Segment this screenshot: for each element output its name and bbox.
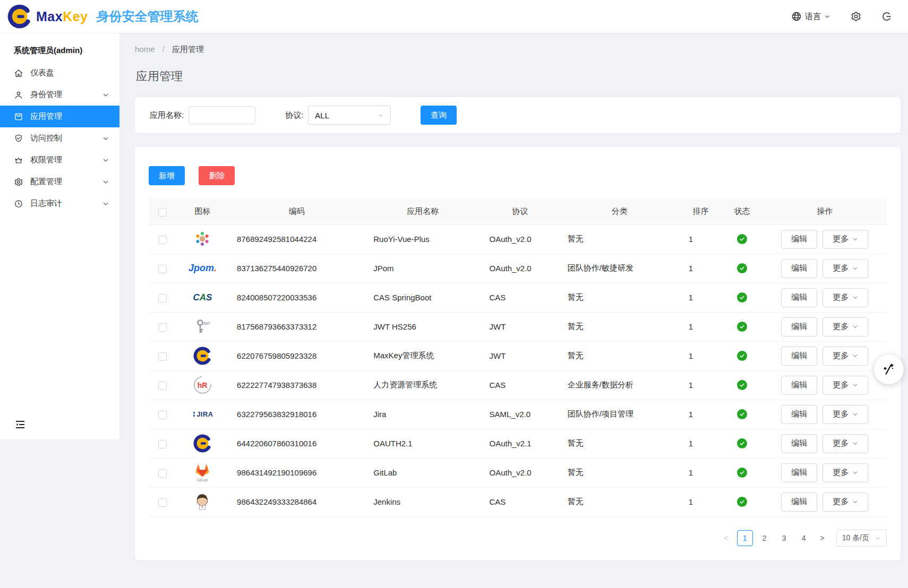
edit-button[interactable]: 编辑 bbox=[781, 347, 817, 366]
row-checkbox[interactable] bbox=[158, 411, 167, 419]
cas-logo: CAS bbox=[193, 287, 212, 308]
svg-text:GitLab: GitLab bbox=[197, 478, 208, 482]
app-name: RuoYi-Vue-Plus bbox=[365, 224, 481, 254]
app-protocol: OAuth_v2.1 bbox=[481, 429, 559, 458]
breadcrumb: home / 应用管理 bbox=[135, 45, 901, 55]
row-checkbox[interactable] bbox=[158, 323, 167, 332]
app-code: 986432249333284864 bbox=[228, 487, 365, 516]
app-sort: 1 bbox=[680, 224, 722, 254]
magic-wand-floating-button[interactable] bbox=[874, 354, 904, 384]
more-button[interactable]: 更多 bbox=[823, 492, 868, 512]
app-category: 暂无 bbox=[559, 312, 680, 341]
app-category: 暂无 bbox=[559, 341, 680, 370]
app-name: JPom bbox=[365, 254, 481, 283]
edit-button[interactable]: 编辑 bbox=[781, 317, 817, 336]
app-protocol: OAuth_v2.0 bbox=[481, 254, 559, 283]
breadcrumb-home[interactable]: home bbox=[135, 45, 155, 54]
row-checkbox[interactable] bbox=[158, 382, 167, 390]
more-button[interactable]: 更多 bbox=[823, 434, 868, 453]
sidebar-item-access[interactable]: 访问控制 bbox=[0, 127, 119, 149]
chevron-down-icon bbox=[102, 179, 109, 185]
maxkey-logo bbox=[193, 433, 212, 454]
edit-button[interactable]: 编辑 bbox=[781, 259, 817, 278]
chevron-down-icon bbox=[102, 157, 109, 163]
protocol-select[interactable]: ALL bbox=[308, 106, 391, 125]
sidebar-item-label: 日志审计 bbox=[30, 198, 62, 209]
app-protocol: CAS bbox=[481, 487, 559, 516]
select-all-checkbox[interactable] bbox=[158, 208, 167, 217]
row-checkbox[interactable] bbox=[158, 236, 167, 244]
sidebar-item-config[interactable]: 配置管理 bbox=[0, 171, 119, 193]
next-page-button[interactable]: > bbox=[816, 530, 829, 546]
protocol-select-value: ALL bbox=[315, 111, 329, 120]
edit-button[interactable]: 编辑 bbox=[781, 463, 817, 482]
row-checkbox[interactable] bbox=[158, 469, 167, 478]
sidebar-item-audit[interactable]: 日志审计 bbox=[0, 193, 119, 214]
sidebar-item-dashboard[interactable]: 仪表盘 bbox=[0, 62, 119, 84]
settings-gear-icon[interactable] bbox=[851, 11, 861, 22]
edit-button[interactable]: 编辑 bbox=[781, 230, 817, 249]
page-button-1[interactable]: 1 bbox=[737, 530, 753, 546]
svg-text:JWT: JWT bbox=[203, 322, 210, 325]
edit-button[interactable]: 编辑 bbox=[781, 405, 817, 424]
more-button[interactable]: 更多 bbox=[823, 347, 868, 366]
more-button[interactable]: 更多 bbox=[823, 405, 868, 424]
delete-button[interactable]: 删除 bbox=[199, 166, 235, 185]
search-button[interactable]: 查询 bbox=[421, 106, 457, 125]
add-button[interactable]: 新增 bbox=[149, 166, 185, 185]
sidebar-item-permission[interactable]: 权限管理 bbox=[0, 149, 119, 171]
row-checkbox[interactable] bbox=[158, 352, 167, 361]
app-window-icon bbox=[14, 112, 23, 122]
chevron-down-icon bbox=[852, 295, 858, 300]
page-size-select[interactable]: 10 条/页 bbox=[836, 530, 887, 547]
more-button[interactable]: 更多 bbox=[823, 376, 868, 395]
row-checkbox[interactable] bbox=[158, 440, 167, 448]
page-button-3[interactable]: 3 bbox=[776, 530, 792, 546]
app-code: 876892492581044224 bbox=[228, 224, 365, 254]
app-name: MaxKey管理系统 bbox=[365, 341, 481, 370]
page-button-2[interactable]: 2 bbox=[757, 530, 773, 546]
column-header: 图标 bbox=[177, 199, 228, 224]
chevron-down-icon bbox=[852, 440, 858, 446]
more-button[interactable]: 更多 bbox=[823, 317, 868, 336]
app-protocol: CAS bbox=[481, 370, 559, 400]
more-button[interactable]: 更多 bbox=[823, 288, 868, 307]
row-checkbox[interactable] bbox=[158, 498, 167, 507]
app-category: 暂无 bbox=[559, 487, 680, 516]
status-active-icon bbox=[737, 380, 747, 390]
edit-button[interactable]: 编辑 bbox=[781, 376, 817, 395]
row-checkbox[interactable] bbox=[158, 294, 167, 302]
chevron-down-icon bbox=[852, 499, 858, 505]
language-menu[interactable]: 语言 bbox=[791, 11, 830, 22]
app-name: CAS SpringBoot bbox=[365, 283, 481, 312]
sidebar-item-identity[interactable]: 身份管理 bbox=[0, 84, 119, 106]
app-name-input[interactable] bbox=[189, 106, 255, 124]
search-panel: 应用名称: 协议: ALL 查询 bbox=[135, 97, 901, 133]
row-checkbox[interactable] bbox=[158, 265, 167, 273]
more-button[interactable]: 更多 bbox=[823, 463, 868, 482]
app-code: 632279563832918016 bbox=[228, 400, 365, 429]
edit-button[interactable]: 编辑 bbox=[781, 288, 817, 307]
chevron-down-icon bbox=[852, 353, 858, 359]
status-active-icon bbox=[737, 468, 747, 478]
table-row: GitLab986431492190109696GitLabOAuth_v2.0… bbox=[149, 458, 887, 487]
hr-logo: hR bbox=[194, 375, 211, 396]
page-button-4[interactable]: 4 bbox=[796, 530, 812, 546]
prev-page-button[interactable]: < bbox=[719, 530, 733, 546]
breadcrumb-separator: / bbox=[162, 45, 165, 54]
clock-icon bbox=[14, 199, 23, 209]
more-button[interactable]: 更多 bbox=[823, 230, 868, 249]
protocol-label: 协议: bbox=[285, 110, 303, 120]
user-icon bbox=[14, 90, 23, 100]
app-code: 824008507220033536 bbox=[228, 283, 365, 312]
edit-button[interactable]: 编辑 bbox=[781, 492, 817, 512]
ruoyi-logo bbox=[193, 228, 212, 249]
more-button[interactable]: 更多 bbox=[823, 259, 868, 278]
app-name: JWT HS256 bbox=[365, 312, 481, 341]
menu-fold-icon[interactable] bbox=[0, 418, 14, 439]
app-category: 暂无 bbox=[559, 224, 680, 254]
edit-button[interactable]: 编辑 bbox=[781, 434, 817, 453]
sidebar-item-apps[interactable]: 应用管理 bbox=[0, 106, 119, 127]
logout-icon[interactable] bbox=[881, 11, 892, 22]
gear-icon bbox=[14, 177, 23, 187]
